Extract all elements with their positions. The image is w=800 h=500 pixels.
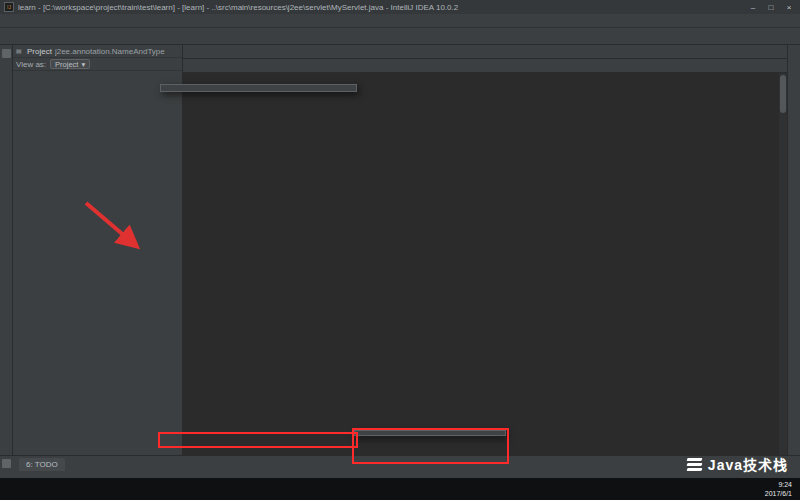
scrollbar-thumb[interactable]	[780, 75, 786, 113]
project-tool-button[interactable]	[2, 49, 11, 58]
diagrams-submenu	[354, 430, 506, 436]
clock-time: 9:24	[765, 480, 792, 489]
bottom-bar: 6: TODO	[0, 455, 800, 478]
editor-scrollbar[interactable]	[779, 73, 787, 455]
editor-area	[183, 45, 787, 455]
project-tree	[13, 71, 182, 455]
view-as-value: Project	[55, 60, 78, 69]
minimize-button[interactable]: –	[746, 3, 760, 12]
project-panel: ▤ Project j2ee.annotation.NameAndType Vi…	[13, 45, 183, 455]
editor-tab-row-1	[183, 45, 787, 59]
left-tool-dock	[0, 45, 13, 455]
clock-date: 2017/6/1	[765, 489, 792, 498]
right-tool-dock	[787, 45, 800, 455]
code-editor[interactable]	[183, 73, 787, 455]
project-panel-icon: ▤	[16, 47, 24, 55]
main-area: ▤ Project j2ee.annotation.NameAndType Vi…	[0, 45, 800, 455]
taskbar-clock[interactable]: 9:24 2017/6/1	[765, 480, 792, 498]
main-toolbar	[0, 28, 800, 45]
editor-tab-row-2	[183, 59, 787, 73]
context-menu	[160, 84, 357, 92]
intellij-logo-icon: IJ	[4, 2, 14, 12]
watermark-text: Java技术栈	[708, 454, 788, 474]
selected-class-path: j2ee.annotation.NameAndType	[55, 47, 165, 56]
view-as-dropdown[interactable]: Project ▾	[50, 59, 90, 69]
toolwindow-toggle-icon[interactable]	[2, 459, 11, 468]
project-panel-header: ▤ Project j2ee.annotation.NameAndType	[13, 45, 182, 58]
view-as-row: View as: Project ▾	[13, 58, 182, 71]
menu-bar	[0, 14, 800, 28]
project-panel-title[interactable]: Project	[27, 47, 52, 56]
intellij-window: IJ learn - [C:\workspace\project\train\t…	[0, 0, 800, 500]
chevron-down-icon: ▾	[81, 60, 85, 69]
window-title: learn - [C:\workspace\project\train\test…	[18, 3, 742, 12]
view-as-label: View as:	[16, 60, 46, 69]
maximize-button[interactable]: □	[764, 3, 778, 12]
stack-logo-icon	[687, 458, 702, 471]
title-bar: IJ learn - [C:\workspace\project\train\t…	[0, 0, 800, 14]
todo-tool-tab[interactable]: 6: TODO	[19, 458, 65, 471]
watermark: Java技术栈	[687, 454, 788, 474]
close-button[interactable]: ×	[782, 3, 796, 12]
windows-taskbar: 9:24 2017/6/1	[0, 478, 800, 500]
